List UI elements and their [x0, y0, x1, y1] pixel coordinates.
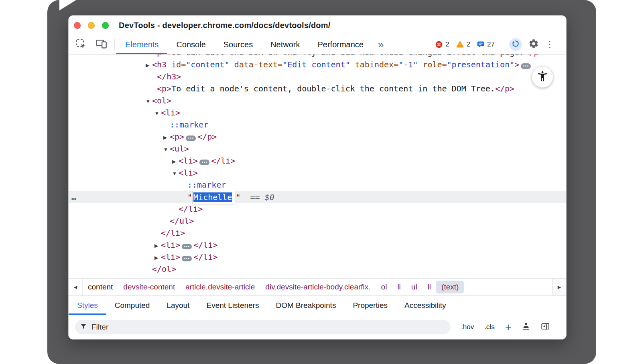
menu-button[interactable]: ⋮	[545, 40, 554, 49]
dom-tree-row[interactable]: ▼<ul>	[69, 143, 566, 155]
error-icon[interactable]	[435, 40, 443, 49]
issues-icon[interactable]	[477, 40, 485, 49]
expand-ellipsis-button[interactable]	[186, 135, 196, 141]
breadcrumb-item-article-devsite-article[interactable]: article.devsite-article	[180, 281, 260, 293]
breadcrumb-item-li[interactable]: li	[423, 281, 436, 293]
disclosure-down-icon[interactable]: ▼	[172, 168, 179, 180]
dom-tree-row[interactable]: </h3>	[69, 71, 566, 83]
panel-tab-computed[interactable]: Computed	[106, 296, 158, 315]
disclosure-right-icon[interactable]: ▶	[146, 59, 152, 71]
styles-filter[interactable]	[75, 320, 451, 334]
zoom-window-button[interactable]	[102, 22, 109, 29]
toggle-sidebar-button[interactable]	[541, 322, 550, 332]
expand-ellipsis-button[interactable]	[182, 244, 192, 249]
breadcrumb-item-content[interactable]: content	[83, 281, 118, 293]
tab-performance[interactable]: Performance	[309, 35, 373, 54]
inspect-cursor-icon	[75, 38, 86, 51]
device-toolbar-icon	[96, 38, 107, 51]
minimize-window-button[interactable]	[88, 22, 95, 29]
gear-icon	[528, 43, 539, 50]
dom-tree-row[interactable]: ▶<li></li>	[69, 239, 566, 251]
tab-elements[interactable]: Elements	[116, 35, 167, 54]
dom-tree-row[interactable]: </ul>	[69, 215, 566, 227]
dom-tree-row[interactable]: <p>You can edit the DOM on the fly and s…	[69, 55, 566, 59]
device-toolbar-button[interactable]	[96, 39, 107, 50]
inline-edit-box[interactable]: Michelle	[193, 191, 235, 204]
node-options-icon[interactable]: …	[71, 191, 76, 203]
breadcrumb-item-div-devsite-article-body-clearfix[interactable]: div.devsite-article-body.clearfix.	[260, 281, 376, 293]
expand-ellipsis-button[interactable]	[182, 256, 192, 261]
sync-button[interactable]	[509, 38, 522, 51]
close-window-button[interactable]	[74, 22, 81, 29]
tab-network[interactable]: Network	[262, 35, 309, 54]
breadcrumb-list: contentdevsite-contentarticle.devsite-ar…	[83, 279, 464, 295]
warning-icon[interactable]	[456, 40, 464, 49]
more-tabs-button[interactable]: »	[378, 39, 384, 50]
disclosure-down-icon[interactable]: ▼	[146, 95, 152, 107]
disclosure-right-icon[interactable]: ▶	[154, 252, 161, 264]
dom-tree-row[interactable]: ::marker	[69, 179, 566, 191]
devtools-window: DevTools - developer.chrome.com/docs/dev…	[68, 15, 567, 340]
breadcrumb-item-devsite-content[interactable]: devsite-content	[118, 281, 180, 293]
dom-tree-row[interactable]: ::marker	[69, 119, 566, 131]
toggle-sidebar-icon	[541, 322, 550, 332]
issues-count[interactable]: 27	[487, 40, 495, 49]
disclosure-right-icon[interactable]: ▶	[154, 240, 161, 252]
dom-tree-row[interactable]: ▶<p></p>	[69, 131, 566, 143]
dom-tree-row-selected[interactable]: …"Michelle" == $0	[69, 191, 566, 203]
dom-tree-row[interactable]: </ol>	[69, 263, 566, 275]
stamp-icon	[522, 322, 530, 332]
breadcrumb-scroll-left-button[interactable]: ◀	[69, 279, 83, 295]
panel-tab-styles[interactable]: Styles	[69, 296, 106, 315]
settings-button[interactable]	[528, 38, 539, 51]
dom-tree-row[interactable]: ▶<li></li>	[69, 155, 566, 167]
breadcrumb-scroll-right-button[interactable]: ▶	[552, 279, 566, 295]
toolbar-actions: ⋮	[509, 35, 554, 54]
accessibility-widget-button[interactable]	[532, 66, 553, 88]
disclosure-right-icon[interactable]: ▶	[172, 156, 179, 168]
breadcrumb-item-ul[interactable]: ul	[406, 281, 423, 293]
dom-tree-row[interactable]: <p>To edit a node's content, double-clic…	[69, 83, 566, 95]
disclosure-down-icon[interactable]: ▼	[163, 144, 170, 156]
status-badges: 2 2 27	[435, 35, 499, 54]
panel-tab-event-listeners[interactable]: Event Listeners	[198, 296, 267, 315]
breadcrumb-item-text[interactable]: (text)	[436, 281, 464, 293]
tab-sources[interactable]: Sources	[215, 35, 262, 54]
dom-tree-row[interactable]: ▶<h3 id="content" data-text="Edit conten…	[69, 59, 566, 71]
screenshot-stage: DevTools - developer.chrome.com/docs/dev…	[0, 0, 642, 364]
dom-tree-row[interactable]: ▼<li>	[69, 107, 566, 119]
warning-count[interactable]: 2	[467, 40, 470, 49]
dom-tree-row[interactable]: ▼<li>	[69, 167, 566, 179]
dom-tree-row[interactable]: ▶<h3 id="attributes" data-text="Edit att…	[69, 275, 566, 278]
toolbar-divider	[114, 39, 115, 50]
element-classes-button[interactable]: .cls	[484, 323, 495, 331]
window-title: DevTools - developer.chrome.com/docs/dev…	[119, 21, 331, 30]
dom-tree-row[interactable]: ▼<ol>	[69, 95, 566, 107]
disclosure-right-icon[interactable]: ▶	[163, 131, 170, 144]
error-count[interactable]: 2	[445, 40, 449, 49]
panel-tab-layout[interactable]: Layout	[158, 296, 198, 315]
panel-tab-properties[interactable]: Properties	[344, 296, 396, 315]
dom-tree-row[interactable]: ▶<li></li>	[69, 251, 566, 263]
dom-tree-row[interactable]: </li>	[69, 203, 566, 215]
filter-funnel-icon	[80, 323, 87, 332]
new-style-rule-button[interactable]: +	[505, 322, 512, 333]
disclosure-down-icon[interactable]: ▼	[154, 107, 161, 119]
panel-tab-accessibility[interactable]: Accessibility	[396, 296, 454, 315]
breadcrumb-item-ol[interactable]: ol	[376, 281, 392, 293]
expand-ellipsis-button[interactable]	[199, 160, 209, 165]
breadcrumb-item-li[interactable]: li	[392, 281, 406, 293]
inspect-element-button[interactable]	[75, 39, 86, 50]
panel-tab-dom-breakpoints[interactable]: DOM Breakpoints	[267, 296, 344, 315]
dom-tree-row[interactable]: </li>	[69, 227, 566, 239]
kebab-icon: ⋮	[545, 39, 554, 49]
stamp-button[interactable]	[522, 322, 530, 332]
tab-console[interactable]: Console	[167, 35, 214, 54]
accessibility-person-icon	[536, 70, 549, 84]
styles-filter-input[interactable]	[91, 322, 446, 332]
expand-ellipsis-button[interactable]	[521, 63, 531, 69]
selected-text: Michelle	[193, 192, 232, 202]
pseudo-state-button[interactable]: :hov	[461, 323, 474, 331]
panel-tabs: StylesComputedLayoutEvent ListenersDOM B…	[69, 296, 566, 315]
titlebar: DevTools - developer.chrome.com/docs/dev…	[69, 16, 566, 35]
